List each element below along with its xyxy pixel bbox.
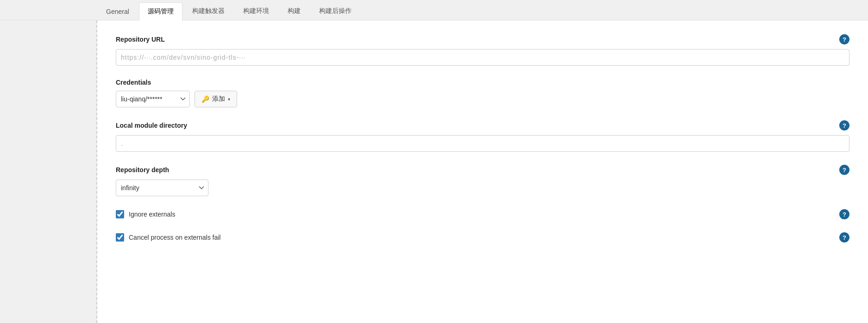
repository-url-input[interactable] (116, 49, 849, 66)
local-module-label: Local module directory (116, 122, 187, 129)
key-icon: 🔑 (201, 95, 209, 103)
repository-depth-section: Repository depth ? infinity 1 5 10 50 10… (116, 165, 849, 196)
cancel-process-row: Cancel process on externals fail ? (116, 232, 849, 242)
tab-build-trigger[interactable]: 构建触发器 (183, 2, 233, 20)
ignore-externals-row: Ignore externals ? (116, 209, 849, 219)
add-credentials-button[interactable]: 🔑 添加 ▾ (195, 91, 237, 107)
tabs-bar: General 源码管理 构建触发器 构建环境 构建 构建后操作 (0, 0, 868, 20)
credentials-section: Credentials liu-qianq/****** 🔑 添加 ▾ (116, 79, 849, 107)
cancel-process-checkbox[interactable] (116, 233, 124, 242)
cancel-process-label: Cancel process on externals fail (129, 234, 220, 241)
credentials-label: Credentials (116, 79, 849, 86)
tab-post-build[interactable]: 构建后操作 (310, 2, 360, 20)
ignore-externals-help-icon[interactable]: ? (839, 209, 849, 219)
local-module-header: Local module directory ? (116, 120, 849, 130)
ignore-externals-checkbox[interactable] (116, 210, 124, 218)
main-area: Repository URL ? Credentials liu-qianq/*… (0, 20, 868, 323)
add-button-label: 添加 (212, 95, 225, 103)
ignore-externals-section: Ignore externals ? (116, 209, 849, 219)
ignore-externals-left: Ignore externals (116, 210, 175, 218)
content-panel: Repository URL ? Credentials liu-qianq/*… (97, 20, 868, 323)
sidebar (0, 20, 97, 323)
repository-url-section: Repository URL ? (116, 34, 849, 66)
local-module-section: Local module directory ? (116, 120, 849, 152)
tab-build-env[interactable]: 构建环境 (234, 2, 278, 20)
local-module-input[interactable] (116, 135, 849, 152)
credentials-row: liu-qianq/****** 🔑 添加 ▾ (116, 91, 849, 107)
cancel-process-help-icon[interactable]: ? (839, 232, 849, 242)
repository-depth-select[interactable]: infinity 1 5 10 50 100 (116, 180, 208, 196)
ignore-externals-label: Ignore externals (129, 211, 175, 218)
credentials-select[interactable]: liu-qianq/****** (116, 91, 190, 107)
cancel-process-section: Cancel process on externals fail ? (116, 232, 849, 242)
repository-depth-help-icon[interactable]: ? (839, 165, 849, 175)
tab-general[interactable]: General (97, 3, 138, 20)
repository-url-help-icon[interactable]: ? (839, 34, 849, 44)
repository-url-header: Repository URL ? (116, 34, 849, 44)
cancel-process-left: Cancel process on externals fail (116, 233, 220, 242)
tab-source-management[interactable]: 源码管理 (139, 2, 182, 20)
add-button-arrow: ▾ (228, 97, 230, 102)
local-module-help-icon[interactable]: ? (839, 120, 849, 130)
repository-depth-label: Repository depth (116, 166, 169, 174)
repository-url-label: Repository URL (116, 36, 165, 43)
tab-build[interactable]: 构建 (279, 2, 309, 20)
repository-depth-header: Repository depth ? (116, 165, 849, 175)
